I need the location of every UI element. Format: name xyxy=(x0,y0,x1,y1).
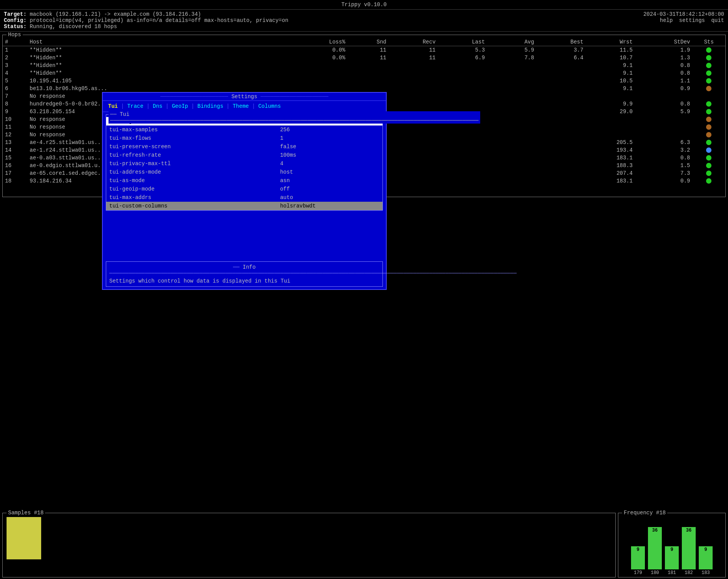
row-stdev: 1.3 xyxy=(635,54,692,62)
row-recv xyxy=(389,62,438,69)
datetime: 2024-03-31T18:42:12+08:00 xyxy=(643,11,724,17)
row-wrst xyxy=(586,123,635,131)
info-title-text: Info xyxy=(243,264,256,270)
tab-tui[interactable]: Tui xyxy=(107,102,119,110)
status-value: Running, discovered 18 hops xyxy=(30,23,117,30)
tab-bindings[interactable]: Bindings xyxy=(196,102,225,110)
status-dot-green xyxy=(706,109,711,114)
setting-name: tui-geoip-mode xyxy=(106,185,277,193)
row-last xyxy=(438,131,487,139)
config-line: Config: protocol=icmp(v4, privileged) as… xyxy=(4,17,288,23)
tab-dns[interactable]: Dns xyxy=(151,102,164,110)
row-stdev: 0.9 xyxy=(635,177,692,185)
row-wrst: 193.4 xyxy=(586,146,635,154)
table-row: 5 10.195.41.105 10.5 1.1 xyxy=(3,77,725,85)
settings-row[interactable]: tui-refresh-rate100ms xyxy=(106,151,382,159)
row-best xyxy=(536,154,586,162)
row-wrst: 207.4 xyxy=(586,169,635,177)
row-num: 10 xyxy=(3,115,27,123)
status-dot-green xyxy=(706,178,711,184)
app-title: Trippy v0.10.0 xyxy=(341,2,387,8)
col-header-loss: Loss% xyxy=(290,38,347,46)
row-host: **Hidden** xyxy=(27,62,290,69)
row-loss: 0.0% xyxy=(290,46,347,54)
tui-section-title: ── Tui ─────────────────────────────────… xyxy=(109,111,480,124)
row-stdev: 0.8 xyxy=(635,69,692,77)
row-best xyxy=(536,92,586,100)
row-best xyxy=(536,169,586,177)
settings-body: tui-max-samples256tui-max-flows1tui-pres… xyxy=(106,126,382,210)
freq-bar-label: 179 xyxy=(634,570,642,576)
settings-modal: Settings Tui | Trace | Dns | GeoIp | Bin… xyxy=(102,92,387,290)
settings-row[interactable]: tui-geoip-modeoff xyxy=(106,185,382,193)
row-wrst: 9.9 xyxy=(586,100,635,108)
row-num: 9 xyxy=(3,108,27,115)
settings-row[interactable]: tui-address-modehost xyxy=(106,168,382,176)
col-header-wrst: Wrst xyxy=(586,38,635,46)
row-avg xyxy=(487,177,536,185)
row-stdev xyxy=(635,92,692,100)
setting-value: host xyxy=(277,168,382,176)
settings-row[interactable]: tui-privacy-max-ttl4 xyxy=(106,159,382,168)
row-stdev: 7.3 xyxy=(635,169,692,177)
settings-row[interactable]: tui-custom-columnsholsravbwdt xyxy=(106,202,382,210)
control-links: help settings quit xyxy=(657,17,724,23)
row-sts xyxy=(693,77,725,85)
settings-link[interactable]: settings xyxy=(679,17,705,23)
tab-trace[interactable]: Trace xyxy=(126,102,145,110)
status-dot-green xyxy=(706,155,711,161)
row-host: **Hidden** xyxy=(27,54,290,62)
freq-bar-label: 183 xyxy=(701,570,710,576)
quit-link[interactable]: quit xyxy=(711,17,724,23)
col-header-sts: Sts xyxy=(693,38,725,46)
row-last xyxy=(438,146,487,154)
settings-row[interactable]: tui-max-samples256 xyxy=(106,126,382,134)
row-sts xyxy=(693,108,725,115)
row-num: 2 xyxy=(3,54,27,62)
row-best: 3.7 xyxy=(536,46,586,54)
tab-geoip[interactable]: GeoIp xyxy=(170,102,190,110)
app-title-bar: Trippy v0.10.0 xyxy=(0,0,728,10)
settings-row[interactable]: tui-max-flows1 xyxy=(106,134,382,142)
setting-value: asn xyxy=(277,176,382,185)
help-link[interactable]: help xyxy=(660,17,673,23)
col-header-avg: Avg xyxy=(487,38,536,46)
status-dot-green xyxy=(706,47,711,53)
row-recv xyxy=(389,131,438,139)
row-stdev: 0.8 xyxy=(635,100,692,108)
row-stdev: 1.1 xyxy=(635,77,692,85)
row-last xyxy=(438,169,487,177)
tab-theme[interactable]: Theme xyxy=(231,102,250,110)
row-last xyxy=(438,85,487,92)
settings-row[interactable]: tui-as-modeasn xyxy=(106,176,382,185)
samples-panel: Samples #18 xyxy=(2,513,616,577)
status-dot-green xyxy=(706,163,711,168)
row-host: 10.195.41.105 xyxy=(27,77,290,85)
row-sts xyxy=(693,162,725,169)
frequency-title: Frequency #18 xyxy=(622,510,667,516)
settings-row[interactable]: tui-max-addrsauto xyxy=(106,193,382,202)
row-wrst: 9.1 xyxy=(586,85,635,92)
settings-row[interactable]: tui-preserve-screenfalse xyxy=(106,142,382,151)
row-best xyxy=(536,162,586,169)
row-stdev xyxy=(635,115,692,123)
freq-bar-group: 9181 xyxy=(665,546,679,576)
row-sts xyxy=(693,146,725,154)
row-avg xyxy=(487,169,536,177)
table-row: 2 **Hidden** 0.0% 11 11 6.9 7.8 6.4 10.7… xyxy=(3,54,725,62)
tab-columns[interactable]: Columns xyxy=(257,102,282,110)
row-stdev: 6.3 xyxy=(635,139,692,146)
row-last xyxy=(438,92,487,100)
freq-bar: 36 xyxy=(682,527,696,569)
row-best xyxy=(536,69,586,77)
col-header-last: Last xyxy=(438,38,487,46)
row-num: 1 xyxy=(3,46,27,54)
row-sts xyxy=(693,154,725,162)
settings-tabs[interactable]: Tui | Trace | Dns | GeoIp | Bindings | T… xyxy=(103,101,386,112)
freq-bar: 36 xyxy=(648,527,662,569)
row-snd: 11 xyxy=(347,54,389,62)
freq-bar-group: 36180 xyxy=(648,527,662,576)
row-recv xyxy=(389,77,438,85)
row-avg xyxy=(487,69,536,77)
row-avg xyxy=(487,85,536,92)
